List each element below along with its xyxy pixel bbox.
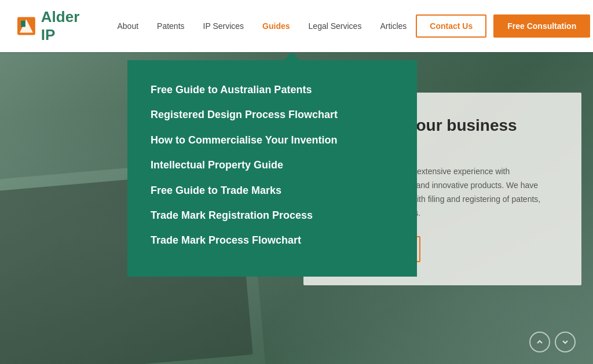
logo-text: Alder IP bbox=[41, 8, 85, 44]
prev-arrow[interactable] bbox=[529, 332, 550, 352]
guide-item-2[interactable]: Registered Design Process Flowchart bbox=[151, 102, 394, 127]
chevron-up-icon bbox=[536, 339, 543, 345]
nav-articles[interactable]: Articles bbox=[371, 21, 416, 31]
guide-item-5[interactable]: Free Guide to Trade Marks bbox=[151, 178, 394, 203]
guide-item-7[interactable]: Trade Mark Process Flowchart bbox=[151, 228, 394, 253]
nav-guides[interactable]: Guides bbox=[253, 21, 299, 31]
dropdown-arrow bbox=[284, 52, 300, 60]
next-arrow[interactable] bbox=[555, 332, 576, 352]
nav-buttons: Contact Us Free Consultation bbox=[416, 14, 590, 38]
guide-item-3[interactable]: How to Commercialise Your Invention bbox=[151, 128, 394, 153]
guide-item-6[interactable]: Trade Mark Registration Process bbox=[151, 203, 394, 228]
nav-ip-services[interactable]: IP Services bbox=[194, 21, 254, 31]
guides-dropdown: Free Guide to Australian Patents Registe… bbox=[127, 52, 417, 277]
carousel-arrows bbox=[529, 332, 576, 352]
logo[interactable]: Alder IP bbox=[17, 8, 85, 44]
dropdown-menu: Free Guide to Australian Patents Registe… bbox=[127, 60, 417, 277]
contact-us-button[interactable]: Contact Us bbox=[416, 14, 486, 38]
navbar: Alder IP About Patents IP Services Guide… bbox=[0, 0, 593, 52]
guide-item-1[interactable]: Free Guide to Australian Patents bbox=[151, 78, 394, 102]
logo-icon bbox=[17, 14, 35, 38]
free-consultation-button[interactable]: Free Consultation bbox=[493, 14, 590, 38]
nav-patents[interactable]: Patents bbox=[148, 21, 193, 31]
nav-legal-services[interactable]: Legal Services bbox=[299, 21, 371, 31]
guide-item-4[interactable]: Intellectual Property Guide bbox=[151, 153, 394, 178]
nav-links: About Patents IP Services Guides Legal S… bbox=[108, 21, 416, 31]
nav-about[interactable]: About bbox=[108, 21, 148, 31]
chevron-down-icon bbox=[562, 339, 569, 345]
svg-rect-2 bbox=[21, 21, 25, 27]
